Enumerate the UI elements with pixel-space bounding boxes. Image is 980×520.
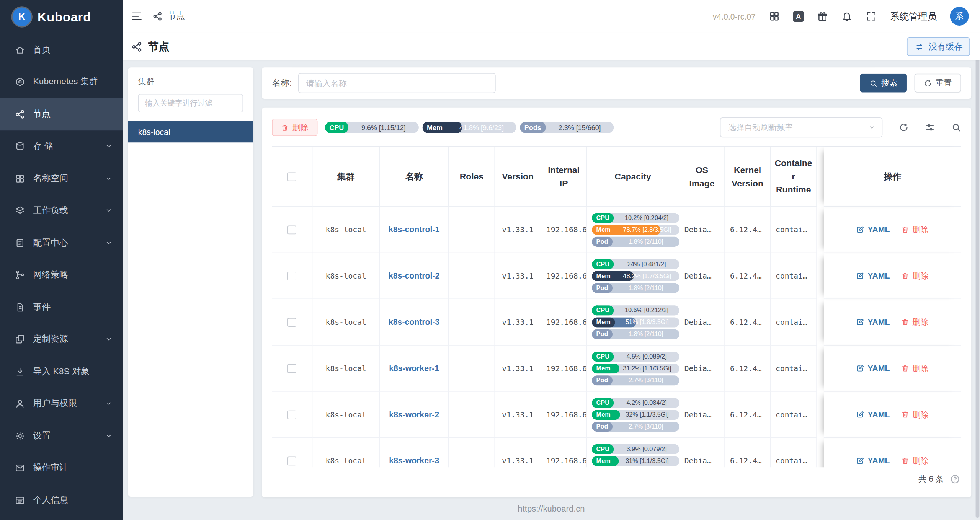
- delete-row-button[interactable]: 删除: [901, 363, 929, 374]
- delete-row-button[interactable]: 删除: [901, 224, 929, 235]
- page-scrollbar[interactable]: [976, 35, 980, 518]
- sidebar-item-config-center[interactable]: 配置中心: [0, 227, 122, 259]
- capacity-bar: Mem 32% [1.1/3.5Gi]: [592, 409, 679, 419]
- col-kernel-version: Kernel Version: [725, 147, 771, 207]
- breadcrumb-label: 节点: [168, 11, 185, 22]
- notifications-bell-icon[interactable]: [841, 11, 853, 22]
- cell-version: v1.33.1: [495, 253, 541, 299]
- sidebar-item-crd[interactable]: 定制资源: [0, 323, 122, 355]
- sidebar-item-events[interactable]: 事件: [0, 291, 122, 323]
- capacity-bar-value: 3.9% [0.079/2]: [614, 445, 679, 452]
- sidebar-item-settings[interactable]: 设置: [0, 420, 122, 452]
- sidebar-item-nodes[interactable]: 节点: [0, 98, 122, 130]
- sidebar-item-users-permissions[interactable]: 用户与权限: [0, 388, 122, 420]
- delete-row-button[interactable]: 删除: [901, 316, 929, 328]
- row-checkbox[interactable]: [287, 225, 296, 234]
- sidebar-item-audit[interactable]: 操作审计: [0, 452, 122, 484]
- delete-row-button[interactable]: 删除: [901, 270, 929, 281]
- table-search-icon[interactable]: [951, 122, 961, 132]
- apps-grid-icon[interactable]: [769, 11, 780, 22]
- node-name-link[interactable]: k8s-control-1: [389, 225, 439, 234]
- sidebar-item-icon: [15, 109, 25, 119]
- sidebar-item-import-k8s[interactable]: 导入 K8S 对象: [0, 355, 122, 388]
- gift-icon[interactable]: [817, 11, 828, 22]
- node-name-link[interactable]: k8s-control-2: [389, 271, 439, 280]
- cell-version: v1.33.1: [495, 392, 541, 438]
- swap-icon: [915, 42, 924, 52]
- yaml-button[interactable]: YAML: [856, 410, 890, 419]
- fullscreen-icon[interactable]: [866, 11, 877, 22]
- row-checkbox[interactable]: [287, 364, 296, 373]
- yaml-button[interactable]: YAML: [856, 456, 890, 465]
- cell-cluster: k8s-local: [312, 346, 380, 392]
- capacity-bar-label: CPU: [592, 444, 614, 454]
- refresh-rate-select[interactable]: 选择自动刷新频率: [720, 117, 882, 137]
- name-field-label: 名称:: [272, 77, 292, 88]
- hamburger-menu-icon[interactable]: [131, 11, 142, 22]
- search-button[interactable]: 搜索: [860, 74, 907, 93]
- app-logo[interactable]: K Kuboard: [0, 0, 122, 34]
- table-row: k8s-local k8s-control-2 v1.33.1 192.168.…: [272, 253, 961, 299]
- sidebar-item-namespace[interactable]: 名称空间: [0, 162, 122, 194]
- capacity-bar-value: 1.8% [2/110]: [612, 284, 679, 291]
- help-question-icon[interactable]: [950, 474, 960, 484]
- capacity-bar-label: CPU: [592, 259, 614, 269]
- cell-internal-ip: 192.168.6…: [541, 346, 587, 392]
- breadcrumb[interactable]: 节点: [152, 11, 185, 22]
- sidebar-item-k8s-cluster[interactable]: Kubernetes 集群: [0, 66, 122, 98]
- search-icon: [869, 79, 877, 87]
- sidebar-item-home[interactable]: 首页: [0, 34, 122, 66]
- edit-icon: [856, 272, 864, 280]
- capacity-bar-label: CPU: [592, 213, 614, 223]
- yaml-button[interactable]: YAML: [856, 271, 890, 280]
- cell-cluster: k8s-local: [312, 392, 380, 438]
- cell-os-image: Debia…: [679, 346, 725, 392]
- cell-capacity: CPU 3.9% [0.079/2] Mem 31% [1.1/3.5Gi] P…: [587, 438, 679, 467]
- current-user-label: 系统管理员: [890, 10, 937, 22]
- cell-internal-ip: 192.168.6…: [541, 299, 587, 346]
- user-avatar[interactable]: 系: [950, 7, 969, 26]
- column-settings-icon[interactable]: [925, 122, 935, 132]
- capacity-bar-label: Mem: [592, 363, 615, 373]
- yaml-button[interactable]: YAML: [856, 225, 890, 234]
- row-checkbox[interactable]: [287, 410, 296, 419]
- cluster-filter-input[interactable]: [138, 94, 243, 112]
- nodes-table: 集群 名称 Roles Version Internal IP Capacity…: [272, 146, 961, 467]
- cell-cluster: k8s-local: [312, 207, 380, 253]
- sidebar-item-workload[interactable]: 工作负载: [0, 195, 122, 227]
- capacity-bar: Mem 31% [1.1/3.5Gi]: [592, 456, 679, 466]
- delete-row-button[interactable]: 删除: [901, 409, 929, 420]
- delete-row-button[interactable]: 删除: [901, 455, 929, 466]
- yaml-button[interactable]: YAML: [856, 317, 890, 326]
- node-icon: [152, 11, 162, 21]
- node-name-link[interactable]: k8s-worker-1: [389, 364, 439, 373]
- sidebar-item-profile[interactable]: 个人信息: [0, 484, 122, 516]
- select-all-checkbox[interactable]: [287, 172, 296, 181]
- sidebar-item-icon: [15, 77, 25, 87]
- sidebar-item-label: 设置: [33, 430, 97, 441]
- node-name-link[interactable]: k8s-control-3: [389, 317, 439, 326]
- cluster-item-k8s-local[interactable]: k8s-local: [128, 121, 253, 143]
- sidebar-nav: 首页 Kubernetes 集群 节点 存 储 名称空间 工作负载 配置中心 网…: [0, 34, 122, 520]
- translate-icon[interactable]: A: [793, 11, 804, 22]
- row-checkbox[interactable]: [287, 318, 296, 326]
- sidebar-item-storage[interactable]: 存 储: [0, 130, 122, 162]
- capacity-bar-value: 51% [1.8/3.5Gi]: [615, 319, 679, 326]
- trash-icon: [901, 411, 909, 419]
- node-name-link[interactable]: k8s-worker-3: [389, 456, 439, 465]
- name-search-input[interactable]: [298, 73, 496, 93]
- yaml-button[interactable]: YAML: [856, 364, 890, 373]
- scroll-gutter: [817, 438, 824, 467]
- row-checkbox[interactable]: [287, 271, 296, 280]
- sidebar-item-network-policy[interactable]: 网络策略: [0, 259, 122, 291]
- reset-button[interactable]: 重置: [915, 74, 961, 93]
- sidebar-item-label: 导入 K8S 对象: [33, 366, 113, 377]
- delete-selected-button[interactable]: 删除: [272, 119, 317, 136]
- capacity-bar-value: 1.8% [2/110]: [612, 331, 679, 337]
- no-cache-button[interactable]: 没有缓存: [907, 37, 970, 56]
- refresh-icon[interactable]: [899, 122, 909, 132]
- node-name-link[interactable]: k8s-worker-2: [389, 410, 439, 419]
- cluster-panel: 集群 k8s-local: [128, 67, 253, 497]
- capacity-bar-label: CPU: [592, 351, 614, 361]
- row-checkbox[interactable]: [287, 456, 296, 465]
